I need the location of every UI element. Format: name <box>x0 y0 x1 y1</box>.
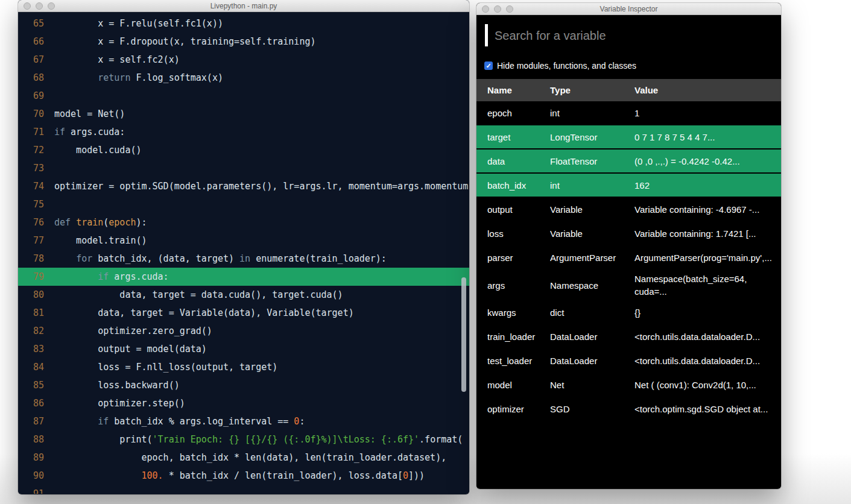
cell-type: Namespace <box>550 280 634 291</box>
table-row-train_loader[interactable]: train_loaderDataLoader<torch.utils.data.… <box>476 325 781 349</box>
code-line-81[interactable]: 81 data, target = Variable(data), Variab… <box>18 304 469 322</box>
code-line-89[interactable]: 89 epoch, batch_idx * len(data), len(tra… <box>18 449 469 467</box>
line-number: 78 <box>18 250 54 268</box>
code-text: model.train() <box>54 232 147 250</box>
cell-value: (0 ,0 ,.,.) = -0.4242 -0.42... <box>634 155 777 168</box>
code-line-67[interactable]: 67 x = self.fc2(x) <box>18 51 469 69</box>
cell-value: ArgumentParser(prog='main.py',... <box>634 251 777 264</box>
cell-value: Variable containing: 1.7421 [... <box>634 227 777 240</box>
line-number: 68 <box>18 69 54 87</box>
code-line-85[interactable]: 85 loss.backward() <box>18 376 469 394</box>
editor-titlebar[interactable]: Livepython - main.py <box>18 0 469 12</box>
table-header: NameTypeValue <box>476 79 781 101</box>
code-text: for batch_idx, (data, target) in enumera… <box>54 250 387 268</box>
code-text: data, target = data.cuda(), target.cuda(… <box>54 286 343 304</box>
search-input[interactable] <box>476 15 781 56</box>
cell-type: Net <box>550 380 634 390</box>
code-text: optimizer.step() <box>54 394 185 412</box>
code-line-68[interactable]: 68 return F.log_softmax(x) <box>18 69 469 87</box>
line-number: 88 <box>18 430 54 449</box>
line-number: 75 <box>18 195 54 213</box>
code-text: output = model(data) <box>54 340 207 358</box>
minimize-button[interactable] <box>36 2 43 10</box>
cell-value: <torch.utils.data.dataloader.D... <box>634 330 777 343</box>
code-line-75[interactable]: 75 <box>18 195 469 213</box>
table-row-epoch[interactable]: epochint1 <box>476 101 781 125</box>
code-line-69[interactable]: 69 <box>18 87 469 105</box>
line-number: 85 <box>18 376 54 394</box>
cell-name: model <box>487 380 550 390</box>
cell-name: train_loader <box>487 332 550 342</box>
table-row-data[interactable]: dataFloatTensor(0 ,0 ,.,.) = -0.4242 -0.… <box>476 150 781 174</box>
code-line-90[interactable]: 90 100. * batch_idx / len(train_loader),… <box>18 467 469 485</box>
checkbox-icon[interactable]: ✓ <box>484 61 493 70</box>
zoom-button[interactable] <box>48 2 55 10</box>
table-row-batch_idx[interactable]: batch_idxint162 <box>476 174 781 198</box>
cell-type: FloatTensor <box>550 156 634 166</box>
code-text: loss = F.nll_loss(output, target) <box>54 358 277 376</box>
cell-name: optimizer <box>487 404 550 414</box>
close-button[interactable] <box>24 2 31 10</box>
code-line-82[interactable]: 82 optimizer.zero_grad() <box>18 322 469 340</box>
code-line-78[interactable]: 78 for batch_idx, (data, target) in enum… <box>18 250 469 268</box>
table-row-kwargs[interactable]: kwargsdict{} <box>476 301 781 325</box>
table-row-parser[interactable]: parserArgumentParserArgumentParser(prog=… <box>476 246 781 270</box>
code-text: def train(epoch): <box>54 213 147 232</box>
code-line-87[interactable]: 87 if batch_idx % args.log_interval == 0… <box>18 412 469 430</box>
cell-name: kwargs <box>487 307 550 318</box>
line-number: 82 <box>18 322 54 340</box>
code-line-86[interactable]: 86 optimizer.step() <box>18 394 469 412</box>
zoom-button[interactable] <box>506 5 513 13</box>
line-number: 87 <box>18 412 54 430</box>
code-line-84[interactable]: 84 loss = F.nll_loss(output, target) <box>18 358 469 376</box>
code-line-72[interactable]: 72 model.cuda() <box>18 141 469 159</box>
cell-name: args <box>487 280 550 291</box>
table-row-model[interactable]: modelNetNet ( (conv1): Conv2d(1, 10,... <box>476 373 781 397</box>
hide-modules-toggle[interactable]: ✓ Hide modules, functions, and classes <box>476 56 781 79</box>
window-controls <box>24 0 55 11</box>
code-line-70[interactable]: 70model = Net() <box>18 105 469 123</box>
desktop: { "colors": { "editor_bg": "#0c1424", "l… <box>0 0 851 504</box>
cell-value: 162 <box>634 179 777 192</box>
cell-type: Variable <box>550 228 634 239</box>
code-line-88[interactable]: 88 print('Train Epoch: {} [{}/{} ({:.0f}… <box>18 430 469 449</box>
cell-type: DataLoader <box>550 356 634 366</box>
code-line-83[interactable]: 83 output = model(data) <box>18 340 469 358</box>
line-number: 69 <box>18 87 54 105</box>
code-text: x = F.dropout(x, training=self.training) <box>54 33 315 51</box>
column-header-name: Name <box>487 85 550 95</box>
code-line-71[interactable]: 71if args.cuda: <box>18 123 469 141</box>
code-text: if args.cuda: <box>54 123 125 141</box>
code-text: loss.backward() <box>54 376 180 394</box>
table-row-test_loader[interactable]: test_loaderDataLoader<torch.utils.data.d… <box>476 349 781 373</box>
table-row-optimizer[interactable]: optimizerSGD<torch.optim.sgd.SGD object … <box>476 397 781 421</box>
minimize-button[interactable] <box>494 5 501 13</box>
cell-value: <torch.utils.data.dataloader.D... <box>634 354 777 367</box>
code-line-77[interactable]: 77 model.train() <box>18 232 469 250</box>
table-row-output[interactable]: outputVariableVariable containing: -4.69… <box>476 198 781 222</box>
line-number: 72 <box>18 141 54 159</box>
code-line-80[interactable]: 80 data, target = data.cuda(), target.cu… <box>18 286 469 304</box>
code-line-79[interactable]: 79 if args.cuda: <box>18 268 469 286</box>
code-line-66[interactable]: 66 x = F.dropout(x, training=self.traini… <box>18 33 469 51</box>
cell-name: target <box>487 132 550 142</box>
close-button[interactable] <box>482 5 489 13</box>
hide-modules-label: Hide modules, functions, and classes <box>497 61 636 71</box>
table-row-args[interactable]: argsNamespaceNamespace(batch_size=64, cu… <box>476 270 781 301</box>
editor-scrollbar[interactable] <box>461 277 466 392</box>
table-row-target[interactable]: targetLongTensor0 7 1 7 8 7 5 4 4 7... <box>476 125 781 150</box>
line-number: 79 <box>18 268 54 286</box>
line-number: 73 <box>18 159 54 177</box>
code-line-65[interactable]: 65 x = F.relu(self.fc1(x)) <box>18 14 469 33</box>
code-line-73[interactable]: 73 <box>18 159 469 177</box>
cell-type: DataLoader <box>550 332 634 342</box>
code-editor[interactable]: 65 x = F.relu(self.fc1(x))66 x = F.dropo… <box>18 12 469 494</box>
line-number: 71 <box>18 123 54 141</box>
cell-type: Variable <box>550 204 634 215</box>
code-line-74[interactable]: 74optimizer = optim.SGD(model.parameters… <box>18 177 469 195</box>
inspector-titlebar[interactable]: Variable Inspector <box>476 3 781 15</box>
code-line-91[interactable]: 91 <box>18 485 469 494</box>
code-line-76[interactable]: 76def train(epoch): <box>18 213 469 232</box>
cell-name: parser <box>487 253 550 263</box>
table-row-loss[interactable]: lossVariableVariable containing: 1.7421 … <box>476 222 781 246</box>
